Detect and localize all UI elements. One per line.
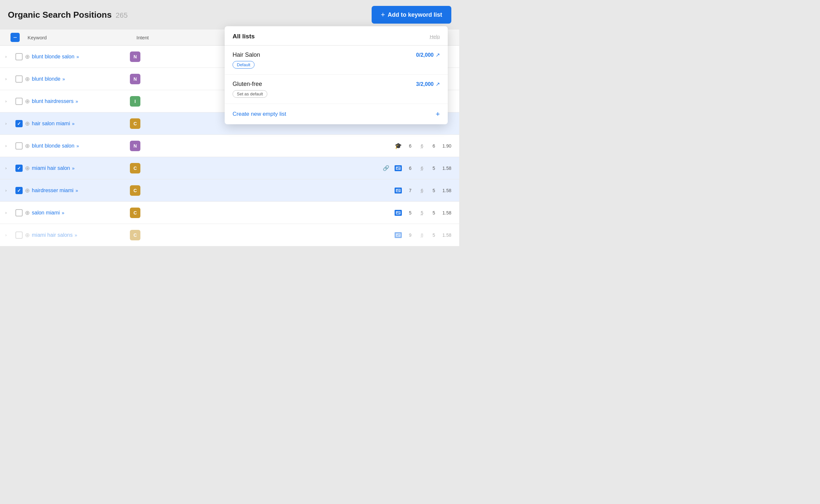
add-to-list-icon[interactable]: ⊕	[25, 142, 30, 150]
expand-icon[interactable]: ›	[5, 188, 13, 193]
keyword-cell: ⊕ hair salon miami »	[25, 120, 130, 127]
keyword-text: salon miami	[32, 210, 60, 216]
keyword-arrows-icon: »	[76, 54, 79, 59]
add-to-list-icon[interactable]: ⊕	[25, 165, 30, 172]
row-data: 🔗 6 6 5 1.58	[166, 165, 459, 171]
row-checkbox-2[interactable]	[13, 75, 25, 83]
add-keyword-button[interactable]: + Add to keyword list	[372, 6, 451, 24]
table-row: › ⊕ hairdresser miami » C 7 6 5 1.58	[0, 179, 459, 202]
add-to-list-icon[interactable]: ⊕	[25, 120, 30, 127]
intent-cell: I	[130, 96, 166, 107]
row-checkbox-5[interactable]	[13, 142, 25, 150]
checkbox[interactable]	[15, 53, 23, 60]
svg-point-2	[397, 190, 398, 191]
graduation-cap-icon: 🎓	[395, 142, 402, 150]
keyword-cell: ⊕ hairdresser miami »	[25, 187, 130, 194]
expand-icon[interactable]: ›	[5, 143, 13, 148]
image-icon	[395, 188, 402, 193]
list-item-gluten-free: Gluten-free 3/2,000 ↗ Set as default	[225, 75, 448, 104]
keyword-arrows-icon: »	[72, 121, 74, 126]
keyword-text: blunt hairdressers	[32, 98, 73, 104]
intent-cell: C	[130, 118, 166, 129]
row-checkbox-8[interactable]	[13, 209, 25, 216]
expand-icon[interactable]: ›	[5, 121, 13, 126]
list-count: 3/2,000	[416, 81, 434, 87]
external-link-icon[interactable]: ↗	[436, 52, 440, 58]
data-num2: 5	[431, 188, 437, 193]
row-checkbox-9[interactable]	[13, 232, 25, 239]
expand-icon[interactable]: ›	[5, 232, 13, 237]
add-to-list-icon[interactable]: ⊕	[25, 209, 30, 216]
add-to-list-icon[interactable]: ⊕	[25, 98, 30, 105]
help-link[interactable]: Help	[430, 34, 440, 39]
checkbox[interactable]	[15, 209, 23, 216]
keyword-text: miami hair salons	[32, 232, 72, 238]
checkbox[interactable]	[15, 120, 23, 127]
expand-icon[interactable]: ›	[5, 54, 13, 59]
intent-cell: C	[130, 163, 166, 173]
keyword-cell: ⊕ salon miami »	[25, 209, 130, 216]
list-item-row: Gluten-free 3/2,000 ↗	[233, 81, 440, 88]
data-num1: 9	[407, 232, 414, 238]
row-checkbox-1[interactable]	[13, 53, 25, 60]
intent-cell: N	[130, 141, 166, 151]
dropdown-title: All lists	[233, 33, 255, 40]
keyword-arrows-icon: »	[62, 76, 65, 82]
intent-badge: C	[130, 163, 140, 173]
create-plus-icon[interactable]: +	[436, 110, 440, 118]
intent-badge: C	[130, 185, 140, 196]
list-count-area: 0/2,000 ↗	[416, 52, 440, 58]
keyword-arrows-icon: »	[72, 166, 74, 171]
add-to-list-icon[interactable]: ⊕	[25, 187, 30, 194]
expand-icon[interactable]: ›	[5, 166, 13, 171]
keyword-arrows-icon: »	[74, 232, 77, 238]
image-icon	[395, 165, 402, 171]
row-checkbox-6[interactable]	[13, 165, 25, 172]
add-plus-icon: +	[381, 10, 385, 19]
add-to-list-icon[interactable]: ⊕	[25, 75, 30, 83]
row-checkbox-7[interactable]	[13, 187, 25, 194]
add-to-list-icon[interactable]: ⊕	[25, 53, 30, 60]
expand-icon[interactable]: ›	[5, 210, 13, 215]
checkbox[interactable]	[15, 75, 23, 83]
data-num2: 5	[431, 232, 437, 238]
external-link-icon[interactable]: ↗	[436, 81, 440, 87]
list-count: 0/2,000	[416, 52, 434, 58]
list-count-area: 3/2,000 ↗	[416, 81, 440, 87]
list-name[interactable]: Gluten-free	[233, 81, 262, 88]
data-num1: 5	[407, 210, 414, 215]
deselect-all-button[interactable]	[10, 33, 20, 42]
table-row: › ⊕ miami hair salon » C 🔗 6 6 5 1.58	[0, 157, 459, 179]
page-title: Organic Search Positions	[8, 10, 112, 20]
row-data: 5 5 5 1.58	[166, 210, 459, 216]
expand-icon[interactable]: ›	[5, 76, 13, 81]
keyword-arrows-icon: »	[75, 99, 78, 104]
intent-badge: N	[130, 51, 140, 62]
link-icon: 🔗	[383, 165, 389, 171]
list-item-hair-salon: Hair Salon 0/2,000 ↗ Default	[225, 46, 448, 75]
expand-icon[interactable]: ›	[5, 99, 13, 104]
keyword-cell: ⊕ miami hair salons »	[25, 232, 130, 239]
set-default-area: Set as default	[233, 88, 440, 98]
keyword-text: blunt blonde salon	[32, 143, 74, 149]
checkbox[interactable]	[15, 142, 23, 150]
create-new-list-button[interactable]: Create new empty list	[233, 111, 286, 117]
list-name[interactable]: Hair Salon	[233, 51, 260, 58]
checkbox[interactable]	[15, 165, 23, 172]
data-num2: 5	[431, 166, 437, 171]
data-num1: 6	[407, 166, 414, 171]
add-to-list-icon[interactable]: ⊕	[25, 232, 30, 239]
checkbox[interactable]	[15, 187, 23, 194]
set-default-button[interactable]: Set as default	[233, 90, 267, 98]
default-badge-area: Default	[233, 58, 440, 69]
checkbox[interactable]	[15, 98, 23, 105]
row-checkbox-3[interactable]	[13, 98, 25, 105]
data-num3: 1.58	[442, 232, 451, 238]
svg-point-3	[397, 212, 398, 213]
row-checkbox-4[interactable]	[13, 120, 25, 127]
checkbox[interactable]	[15, 232, 23, 239]
add-keyword-label: Add to keyword list	[388, 11, 442, 18]
data-num1-dotted: 6	[419, 188, 425, 193]
keyword-cell: ⊕ blunt blonde salon »	[25, 53, 130, 60]
header-checkbox-col	[5, 33, 25, 42]
